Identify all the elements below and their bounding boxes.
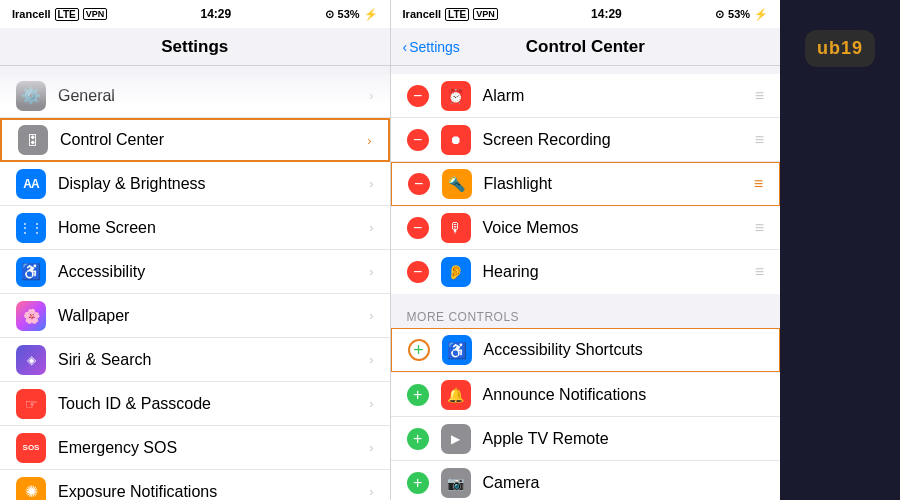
exposure-label: Exposure Notifications [58, 483, 365, 501]
vpn-right: VPN [473, 8, 498, 20]
settings-item-home-screen[interactable]: ⋮⋮ Home Screen › [0, 206, 390, 250]
camera-icon: 📷 [441, 468, 471, 498]
home-screen-label: Home Screen [58, 219, 365, 237]
cc-item-alarm[interactable]: − ⏰ Alarm ≡ [391, 74, 781, 118]
settings-item-display[interactable]: AA Display & Brightness › [0, 162, 390, 206]
control-center-label: Control Center [60, 131, 363, 149]
screen-recording-label: Screen Recording [483, 131, 755, 149]
voice-memos-icon: 🎙 [441, 213, 471, 243]
left-phone: Irancell LTE VPN 14:29 ⊙ 53% ⚡ Settings … [0, 0, 390, 500]
settings-item-emergency[interactable]: SOS Emergency SOS › [0, 426, 390, 470]
control-center-list[interactable]: − ⏰ Alarm ≡ − ⏺ Screen Recording ≡ − 🔦 F… [391, 66, 781, 500]
battery-icon-left: ⚡ [364, 8, 378, 21]
general-chevron: › [369, 88, 373, 103]
cc-item-voice-memos[interactable]: − 🎙 Voice Memos ≡ [391, 206, 781, 250]
flashlight-drag[interactable]: ≡ [754, 175, 763, 193]
touch-id-chevron: › [369, 396, 373, 411]
camera-label: Camera [483, 474, 765, 492]
right-nav-title: Control Center [526, 37, 645, 57]
emergency-label: Emergency SOS [58, 439, 365, 457]
remove-alarm[interactable]: − [407, 85, 429, 107]
settings-item-touch-id[interactable]: ☞ Touch ID & Passcode › [0, 382, 390, 426]
wallpaper-label: Wallpaper [58, 307, 365, 325]
general-icon: ⚙️ [16, 81, 46, 111]
voice-memos-label: Voice Memos [483, 219, 755, 237]
add-apple-tv[interactable]: + [407, 428, 429, 450]
cc-item-camera[interactable]: + 📷 Camera [391, 461, 781, 500]
logo-area: ub19 [780, 0, 900, 500]
settings-item-accessibility[interactable]: ♿ Accessibility › [0, 250, 390, 294]
accessibility-chevron: › [369, 264, 373, 279]
settings-item-siri[interactable]: ◈ Siri & Search › [0, 338, 390, 382]
exposure-icon: ✺ [16, 477, 46, 501]
screen-recording-drag[interactable]: ≡ [755, 131, 764, 149]
control-center-icon: 🎛 [18, 125, 48, 155]
included-section: − ⏰ Alarm ≡ − ⏺ Screen Recording ≡ − 🔦 F… [391, 74, 781, 294]
right-status-right: ⊙ 53% ⚡ [715, 8, 768, 21]
control-center-chevron: › [367, 133, 371, 148]
cc-item-flashlight[interactable]: − 🔦 Flashlight ≡ [391, 162, 781, 206]
remove-flashlight[interactable]: − [408, 173, 430, 195]
battery-icon-right: ⚡ [754, 8, 768, 21]
more-controls-section: MORE CONTROLS + ♿ Accessibility Shortcut… [391, 302, 781, 500]
battery-left: 53% [338, 8, 360, 20]
location-right: ⊙ [715, 8, 724, 21]
cc-item-hearing[interactable]: − 👂 Hearing ≡ [391, 250, 781, 294]
remove-screen-recording[interactable]: − [407, 129, 429, 151]
alarm-drag[interactable]: ≡ [755, 87, 764, 105]
hearing-label: Hearing [483, 263, 755, 281]
vpn-left: VPN [83, 8, 108, 20]
flashlight-label: Flashlight [484, 175, 754, 193]
remove-voice-memos[interactable]: − [407, 217, 429, 239]
accessibility-shortcuts-label: Accessibility Shortcuts [484, 341, 764, 359]
emergency-icon: SOS [16, 433, 46, 463]
back-label: Settings [409, 39, 460, 55]
settings-item-exposure[interactable]: ✺ Exposure Notifications › [0, 470, 390, 500]
left-status-time: 14:29 [201, 7, 232, 21]
left-list-section: ⚙️ General › 🎛 Control Center › AA Displ… [0, 74, 390, 500]
right-status-bar: Irancell LTE VPN 14:29 ⊙ 53% ⚡ [391, 0, 781, 28]
left-nav-bar: Settings [0, 28, 390, 66]
cc-item-accessibility-shortcuts[interactable]: + ♿ Accessibility Shortcuts [391, 328, 781, 372]
accessibility-icon: ♿ [16, 257, 46, 287]
announce-notifications-label: Announce Notifications [483, 386, 765, 404]
announce-notifications-icon: 🔔 [441, 380, 471, 410]
left-nav-title: Settings [161, 37, 228, 57]
left-status-right: ⊙ 53% ⚡ [325, 8, 378, 21]
logo-text: ub19 [817, 38, 863, 59]
touch-id-icon: ☞ [16, 389, 46, 419]
settings-item-wallpaper[interactable]: 🌸 Wallpaper › [0, 294, 390, 338]
logo-white: ub [817, 38, 841, 58]
add-accessibility-shortcuts[interactable]: + [408, 339, 430, 361]
network-left: LTE [55, 8, 79, 21]
right-status-time: 14:29 [591, 7, 622, 21]
cc-item-announce-notifications[interactable]: + 🔔 Announce Notifications [391, 373, 781, 417]
voice-memos-drag[interactable]: ≡ [755, 219, 764, 237]
left-settings-list[interactable]: ⚙️ General › 🎛 Control Center › AA Displ… [0, 66, 390, 500]
alarm-label: Alarm [483, 87, 755, 105]
add-announce-notifications[interactable]: + [407, 384, 429, 406]
display-chevron: › [369, 176, 373, 191]
home-screen-chevron: › [369, 220, 373, 235]
carrier-left: Irancell [12, 8, 51, 20]
remove-hearing[interactable]: − [407, 261, 429, 283]
logo-orange: 19 [841, 38, 863, 58]
display-label: Display & Brightness [58, 175, 365, 193]
cc-item-screen-recording[interactable]: − ⏺ Screen Recording ≡ [391, 118, 781, 162]
hearing-icon: 👂 [441, 257, 471, 287]
emergency-chevron: › [369, 440, 373, 455]
location-left: ⊙ [325, 8, 334, 21]
settings-item-general[interactable]: ⚙️ General › [0, 74, 390, 118]
back-button[interactable]: ‹ Settings [403, 39, 460, 55]
accessibility-label: Accessibility [58, 263, 365, 281]
left-status-left: Irancell LTE VPN [12, 8, 107, 21]
carrier-right: Irancell [403, 8, 442, 20]
settings-item-control-center[interactable]: 🎛 Control Center › [0, 118, 390, 162]
add-camera[interactable]: + [407, 472, 429, 494]
screen-recording-icon: ⏺ [441, 125, 471, 155]
hearing-drag[interactable]: ≡ [755, 263, 764, 281]
general-label: General [58, 87, 365, 105]
home-screen-icon: ⋮⋮ [16, 213, 46, 243]
cc-item-apple-tv[interactable]: + ▶ Apple TV Remote [391, 417, 781, 461]
more-controls-header: MORE CONTROLS [391, 302, 781, 328]
